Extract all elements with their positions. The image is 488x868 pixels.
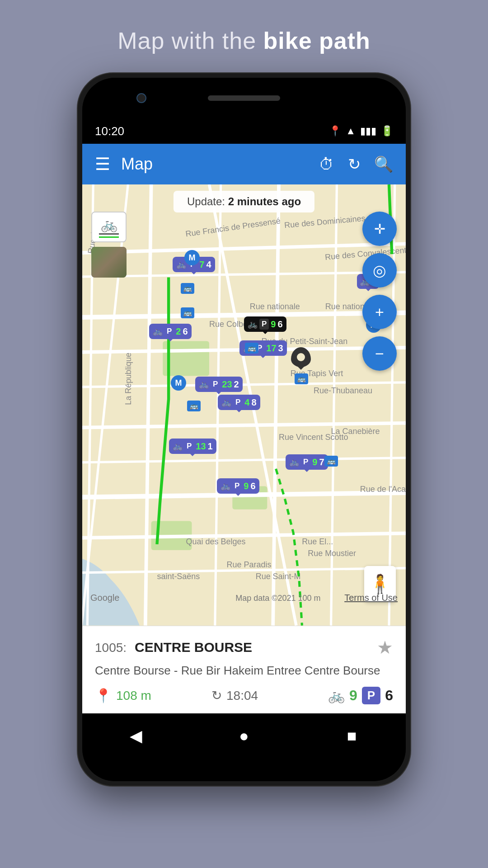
- station-name: CENTRE BOURSE: [135, 640, 252, 655]
- station-marker[interactable]: 🚲 P 23 2: [195, 377, 243, 392]
- bus-marker[interactable]: 🚌: [324, 456, 338, 467]
- top-bezel: [82, 78, 406, 118]
- map-controls: ✛ ◎ + −: [362, 212, 397, 371]
- svg-text:Rue de l'Académie: Rue de l'Académie: [360, 485, 406, 494]
- wifi-icon: ▲: [346, 125, 356, 137]
- bike-count-icon: 🚲: [328, 688, 345, 703]
- satellite-layer-button[interactable]: [91, 247, 127, 278]
- bus-marker[interactable]: 🚌: [181, 307, 194, 318]
- bottom-bezel: [82, 759, 406, 781]
- map-data-label: Map data ©2021 100 m: [235, 594, 320, 603]
- bike-layer-button[interactable]: 🚲: [91, 212, 127, 242]
- bike-count: 9: [349, 687, 357, 704]
- svg-text:Rue Paradis: Rue Paradis: [226, 560, 271, 569]
- home-button[interactable]: ●: [226, 718, 262, 754]
- parking-badge: P: [362, 687, 380, 704]
- hamburger-menu-icon[interactable]: ☰: [95, 154, 110, 174]
- app-bar: ☰ Map ⏱ ↻ 🔍: [82, 144, 406, 184]
- svg-text:La République: La République: [124, 353, 133, 405]
- timer-icon[interactable]: ⏱: [319, 156, 334, 173]
- update-time: 2 minutes ago: [228, 195, 301, 208]
- locate-me-button[interactable]: ◎: [362, 253, 397, 288]
- signal-icon: ▮▮▮: [360, 125, 376, 137]
- parking-count: 6: [385, 687, 393, 704]
- map-area[interactable]: Rue Francis de Pressensé Rue des Dominic…: [82, 184, 406, 626]
- station-marker[interactable]: 🚲 P 9 7: [286, 454, 328, 470]
- update-banner: Update: 2 minutes ago: [174, 191, 314, 212]
- location-icon: 📍: [329, 125, 341, 137]
- status-time: 10:20: [95, 124, 124, 138]
- refresh-icon[interactable]: ↻: [348, 155, 361, 173]
- svg-text:Quai des Belges: Quai des Belges: [186, 537, 246, 546]
- bus-marker[interactable]: 🚌: [187, 401, 201, 411]
- station-id: 1005:: [95, 641, 127, 655]
- recents-button[interactable]: ■: [334, 718, 370, 754]
- zoom-out-button[interactable]: −: [362, 336, 397, 371]
- bus-marker[interactable]: 🚌: [181, 283, 194, 294]
- station-marker[interactable]: 🚲 P 13 1: [169, 439, 216, 454]
- page-title: Map with the bike path: [117, 27, 371, 54]
- camera-dot: [136, 93, 146, 103]
- bike-icon: 🚲: [101, 217, 117, 232]
- svg-text:Rue El...: Rue El...: [302, 537, 333, 546]
- svg-text:Rue-Thubaneau: Rue-Thubaneau: [314, 386, 372, 395]
- terms-of-use-link[interactable]: Terms of Use: [344, 593, 398, 603]
- station-update-time: 18:04: [226, 689, 258, 703]
- layer-buttons: 🚲: [91, 212, 127, 278]
- svg-text:Rue nationale: Rue nationale: [250, 302, 300, 311]
- location-pin: [291, 347, 311, 374]
- app-title: Map: [121, 155, 308, 174]
- favorite-button[interactable]: ★: [377, 637, 393, 658]
- zoom-in-button[interactable]: +: [362, 295, 397, 329]
- metro-marker[interactable]: M: [171, 375, 186, 391]
- bus-marker[interactable]: 🚌: [295, 373, 308, 384]
- station-distance: 108 m: [116, 689, 151, 703]
- bottom-nav: ◀ ● ■: [82, 713, 406, 759]
- search-icon[interactable]: 🔍: [374, 155, 393, 173]
- move-map-button[interactable]: ✛: [362, 212, 397, 246]
- station-marker[interactable]: 🚲 P 2 6: [149, 324, 192, 339]
- svg-text:Rue Saint-M: Rue Saint-M: [256, 572, 301, 581]
- refresh-time-icon: ↻: [211, 688, 222, 703]
- metro-marker[interactable]: M: [184, 250, 200, 265]
- bus-marker[interactable]: 🚌: [245, 343, 258, 354]
- station-card: 1005: CENTRE BOURSE ★ Centre Bourse - Ru…: [82, 626, 406, 713]
- svg-text:saint-Saëns: saint-Saëns: [157, 572, 200, 581]
- station-marker[interactable]: 🚲 P 9 6: [217, 478, 259, 494]
- back-button[interactable]: ◀: [118, 718, 154, 754]
- speaker-bar: [208, 95, 280, 101]
- battery-icon: 🔋: [381, 125, 393, 137]
- station-marker-selected[interactable]: 🚲 P 9 6: [244, 316, 286, 332]
- station-description: Centre Bourse - Rue Bir Hakeim Entree Ce…: [95, 662, 393, 679]
- google-watermark: Google: [90, 593, 120, 603]
- status-bar: 10:20 📍 ▲ ▮▮▮ 🔋: [82, 118, 406, 144]
- station-marker[interactable]: 🚲 P 4 8: [218, 395, 260, 410]
- svg-text:La Canebière: La Canebière: [331, 427, 380, 436]
- phone-shell: 10:20 📍 ▲ ▮▮▮ 🔋 ☰ Map ⏱ ↻ 🔍: [77, 72, 411, 787]
- svg-text:Rue Moustier: Rue Moustier: [308, 549, 356, 558]
- location-pin-icon: 📍: [95, 688, 112, 703]
